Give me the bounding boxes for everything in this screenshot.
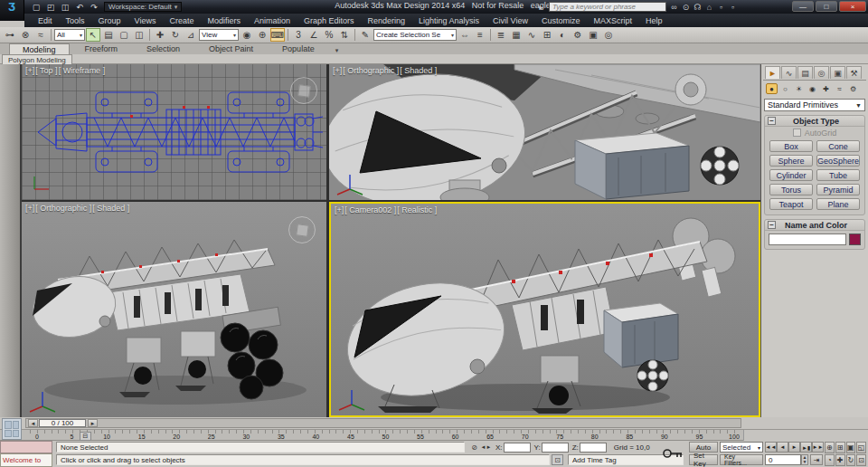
keyboard-override-icon[interactable]: ⌨: [270, 28, 285, 42]
3dsmax-logo-icon[interactable]: Ӡ: [0, 0, 24, 21]
viewport-layout-tabs-button[interactable]: [2, 418, 22, 440]
rect-selection-region-icon[interactable]: ▢: [117, 28, 131, 42]
edit-named-sets-icon[interactable]: ✎: [358, 28, 373, 42]
open-file-icon[interactable]: ◰: [44, 2, 57, 13]
time-slider-handle[interactable]: 0 / 100: [39, 419, 86, 427]
viewcube[interactable]: [290, 77, 317, 104]
mirror-icon[interactable]: ⇔: [458, 28, 472, 42]
collapsed-ribbon-strip[interactable]: [0, 64, 22, 417]
selection-filter-dropdown[interactable]: All▾: [54, 29, 85, 41]
search-expander-icon[interactable]: ▸: [535, 3, 547, 12]
viewport-orthographic-closeup[interactable]: [+] [ Orthographic ] [ Shaded ]: [329, 64, 760, 200]
shapes-category-icon[interactable]: ○: [779, 83, 791, 94]
primitive-button[interactable]: Torus: [769, 184, 813, 195]
menu-item[interactable]: Help: [639, 15, 669, 26]
maxscript-mini-listener[interactable]: Welcome to: [0, 453, 52, 467]
viewport-menu-plus[interactable]: [+]: [25, 66, 34, 75]
menu-item[interactable]: Civil View: [486, 15, 534, 26]
viewport-menu-plus[interactable]: [+]: [333, 66, 342, 75]
render-production-icon[interactable]: ◎: [601, 28, 616, 42]
mini-trackbar-icon[interactable]: ⊟: [80, 432, 91, 441]
primitive-button[interactable]: Pyramid: [816, 184, 860, 195]
autogrid-checkbox[interactable]: [793, 129, 801, 137]
absolute-offset-mode-icon[interactable]: ◄►: [480, 442, 492, 453]
workspace-dropdown[interactable]: Workspace: Default ▾: [104, 2, 182, 12]
ribbon-toggle-icon[interactable]: ▦: [509, 28, 524, 42]
frame-spinner[interactable]: ▲▼: [801, 454, 808, 465]
viewport-shading-label[interactable]: [ Shaded ]: [400, 66, 437, 75]
goto-end-button[interactable]: ►►: [812, 442, 824, 453]
set-key-button[interactable]: Set Key: [689, 454, 718, 465]
menu-item[interactable]: Graph Editors: [297, 15, 361, 26]
x-coordinate-field[interactable]: [504, 443, 531, 453]
ribbon-overflow-icon[interactable]: ▾: [330, 47, 344, 54]
redo-icon[interactable]: ↷: [88, 2, 100, 13]
viewport-menu-plus[interactable]: [+]: [335, 205, 344, 214]
lights-category-icon[interactable]: ☀: [793, 83, 805, 94]
menu-item[interactable]: Group: [92, 15, 127, 26]
material-editor-icon[interactable]: ◐: [555, 28, 570, 42]
viewport-orthographic-full[interactable]: [+] [ Orthographic ] [ Shaded ]: [22, 202, 326, 417]
select-and-scale-icon[interactable]: ⊿: [184, 28, 198, 42]
motion-tab-icon[interactable]: ◎: [814, 66, 829, 79]
magnifier-icon[interactable]: ⊙: [680, 3, 692, 12]
name-color-rollout-header[interactable]: − Name and Color: [765, 220, 864, 231]
prev-frame-button[interactable]: ◄: [777, 442, 788, 453]
viewport-shading-label[interactable]: [ Shaded ]: [92, 204, 129, 213]
primitive-button[interactable]: Teapot: [769, 198, 813, 210]
window-crossing-icon[interactable]: ◫: [132, 28, 146, 42]
object-type-rollout-header[interactable]: − Object Type: [765, 116, 864, 127]
angle-snap-icon[interactable]: ∠: [307, 28, 321, 42]
viewport-camera-active[interactable]: [+] [ Camera002 ] [ Realistic ]: [329, 202, 760, 417]
rendered-frame-icon[interactable]: ▣: [586, 28, 600, 42]
use-pivot-center-icon[interactable]: ◉: [240, 28, 254, 42]
percent-snap-icon[interactable]: %: [322, 28, 336, 42]
select-and-move-icon[interactable]: ✚: [153, 28, 167, 42]
snap-toggle-3d-icon[interactable]: 3: [291, 28, 306, 42]
select-object-icon[interactable]: ↖: [86, 28, 100, 42]
curve-editor-icon[interactable]: ∿: [524, 28, 539, 42]
communication-center-icon[interactable]: ☊: [692, 3, 703, 12]
named-selection-sets-dropdown[interactable]: Create Selection Se▾: [373, 29, 457, 41]
set-keys-button[interactable]: [660, 442, 685, 465]
select-and-link-icon[interactable]: ⊶: [3, 28, 17, 42]
schematic-view-icon[interactable]: ⊞: [540, 28, 554, 42]
key-filters-button[interactable]: Key Filters...: [720, 454, 763, 465]
viewport-top[interactable]: [+] [ Top ] [ Wireframe ]: [22, 64, 326, 200]
next-frame-button[interactable]: ►▮: [800, 442, 812, 453]
zoom-all-icon[interactable]: ⊞: [835, 442, 845, 453]
viewport-shading-label[interactable]: [ Wireframe ]: [59, 66, 106, 75]
zoom-icon[interactable]: ⊕: [825, 442, 835, 453]
menu-item[interactable]: Customize: [535, 15, 587, 26]
y-coordinate-field[interactable]: [542, 443, 569, 453]
select-by-name-icon[interactable]: ▤: [101, 28, 116, 42]
menu-item[interactable]: MAXScript: [587, 15, 638, 26]
viewport-name-label[interactable]: [ Camera002 ]: [344, 205, 396, 214]
reference-coordinate-dropdown[interactable]: View▾: [199, 29, 239, 41]
undo-icon[interactable]: ↶: [73, 2, 86, 13]
viewport-name-label[interactable]: [ Top ]: [35, 66, 57, 75]
zoom-extents-icon[interactable]: ▣: [846, 442, 856, 453]
ribbon-tab[interactable]: Freeform: [71, 43, 132, 54]
primitive-button[interactable]: GeoSphere: [816, 155, 860, 167]
prev-frame-arrow[interactable]: ◄: [28, 419, 38, 427]
help-icon[interactable]: ▫: [727, 3, 739, 12]
fov-icon[interactable]: ◔: [825, 454, 835, 466]
bind-to-spacewarp-icon[interactable]: ≈: [33, 28, 48, 42]
current-frame-field[interactable]: 0: [765, 454, 801, 465]
menu-item[interactable]: Edit: [32, 15, 59, 26]
exchange-icon[interactable]: ▫: [715, 3, 727, 12]
align-icon[interactable]: ≡: [473, 28, 487, 42]
maxscript-mini-listener-macro[interactable]: [0, 441, 52, 453]
object-color-swatch[interactable]: [849, 234, 861, 245]
viewport-name-label[interactable]: [ Orthographic ]: [35, 204, 91, 213]
primitive-button[interactable]: Sphere: [769, 155, 813, 167]
next-frame-arrow[interactable]: ►: [88, 419, 98, 427]
helpers-category-icon[interactable]: ✚: [820, 83, 832, 94]
ribbon-tab[interactable]: Object Paint: [195, 43, 267, 54]
ribbon-tab[interactable]: Selection: [133, 43, 193, 54]
systems-category-icon[interactable]: ⚙: [847, 83, 859, 94]
hierarchy-tab-icon[interactable]: ▤: [797, 66, 813, 79]
app-home-icon[interactable]: ⌂: [703, 3, 715, 12]
minimize-button[interactable]: —: [792, 1, 814, 12]
